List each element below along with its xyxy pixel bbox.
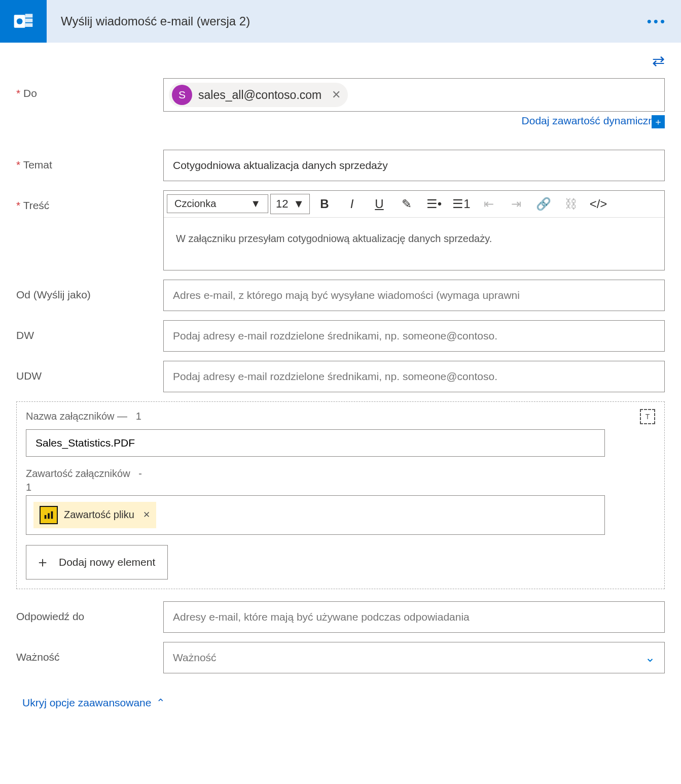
italic-button[interactable]: I [339,193,365,215]
body-text-area[interactable]: W załączniku przesyłam cotygodniową aktu… [164,218,664,270]
remove-recipient-icon[interactable]: ✕ [328,88,341,101]
file-token-label: Zawartość pliku [64,509,134,521]
svg-rect-7 [51,512,53,519]
chevron-up-icon: ⌃ [156,697,165,709]
attachment-content-input[interactable]: Zawartość pliku ✕ [26,495,605,535]
bulleted-list-icon[interactable]: ☰• [421,193,447,215]
reply-to-label: Odpowiedź do [16,601,163,623]
attachment-name-input[interactable] [26,429,605,457]
chevron-down-icon: ▼ [250,198,261,210]
svg-rect-2 [25,19,33,22]
attachment-content-label: Zawartość załączników - [26,468,142,480]
importance-label: Ważność [16,642,163,663]
subject-label: Temat [16,150,163,171]
bcc-label: UDW [16,361,163,382]
bcc-input[interactable] [163,361,665,392]
svg-rect-1 [25,14,33,17]
cc-label: DW [16,320,163,342]
add-dynamic-content-link[interactable]: Dodaj zawartość dynamiczną [522,115,660,126]
underline-button[interactable]: U [367,193,392,215]
remove-token-icon[interactable]: ✕ [140,509,150,520]
font-select[interactable]: Czcionka ▼ [167,194,268,213]
chevron-down-icon: ⌄ [645,651,655,665]
svg-rect-5 [45,515,47,519]
outlook-icon [0,0,47,43]
link-icon[interactable]: 🔗 [531,193,556,215]
avatar: S [172,85,192,105]
hide-advanced-options-link[interactable]: Ukryj opcje zaawansowane ⌃ [22,697,165,709]
action-title: Wyślij wiadomość e-mail (wersja 2) [47,14,647,28]
numbered-list-icon[interactable]: ☰1 [449,193,474,215]
recipient-email: sales_all@contoso.com [198,88,321,102]
more-menu-button[interactable]: ••• [647,14,681,29]
body-editor: Czcionka ▼ 12 ▼ B I U ✎ ☰• ☰1 ⇤ [163,190,665,270]
rte-toolbar: Czcionka ▼ 12 ▼ B I U ✎ ☰• ☰1 ⇤ [164,191,664,218]
svg-rect-3 [25,23,33,27]
svg-rect-6 [48,513,50,519]
attachment-content-count: 1 [26,482,655,493]
code-view-icon[interactable]: </> [586,193,611,215]
switch-to-array-icon[interactable]: T [640,409,655,424]
attachments-section: Nazwa załączników — 1 T Zawartość załącz… [16,401,665,589]
add-new-item-button[interactable]: ＋ Dodaj nowy element [26,545,168,580]
attachment-name-label: Nazwa załączników — 1 [26,411,141,422]
subject-input[interactable] [163,150,665,181]
font-size-select[interactable]: 12 ▼ [270,194,310,214]
bold-button[interactable]: B [312,193,337,215]
indent-icon: ⇥ [504,193,529,215]
svg-point-4 [17,18,23,24]
importance-select[interactable]: Ważność ⌄ [163,642,665,673]
to-input[interactable]: S sales_all@contoso.com ✕ [163,78,665,112]
plus-badge-icon[interactable]: ＋ [652,115,665,128]
highlighter-icon[interactable]: ✎ [394,193,419,215]
recipient-chip[interactable]: S sales_all@contoso.com ✕ [169,83,348,107]
action-header: Wyślij wiadomość e-mail (wersja 2) ••• [0,0,681,43]
plus-icon: ＋ [35,553,50,572]
file-content-token[interactable]: Zawartość pliku ✕ [33,502,156,528]
from-label: Od (Wyślij jako) [16,280,163,301]
powerbi-icon [40,506,58,524]
from-input[interactable] [163,280,665,311]
body-label: Treść [16,190,163,212]
cc-input[interactable] [163,320,665,352]
to-label: Do [16,78,163,99]
chevron-down-icon: ▼ [293,197,304,211]
unlink-icon: ⛓ [558,193,584,215]
swap-arrows-icon[interactable]: ⇄ [652,52,665,70]
outdent-icon: ⇤ [476,193,501,215]
reply-to-input[interactable] [163,601,665,633]
